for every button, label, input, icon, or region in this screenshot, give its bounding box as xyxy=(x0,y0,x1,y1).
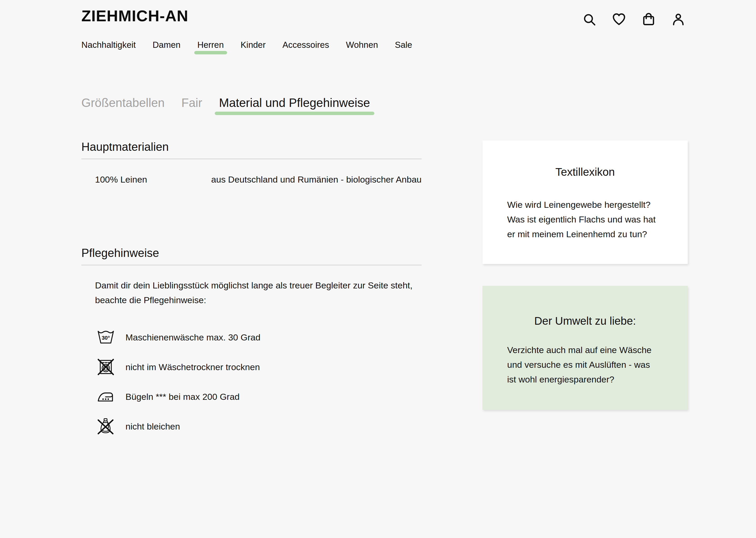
lexicon-card-title: Textillexikon xyxy=(483,140,688,178)
account-person-icon xyxy=(672,13,685,26)
care-intro-text: Damit dir dein Lieblingsstück möglichst … xyxy=(81,278,422,307)
divider xyxy=(81,265,422,265)
textile-lexicon-card[interactable]: Textillexikon Wie wird Leinengewebe herg… xyxy=(483,140,688,264)
iron-max-200-icon xyxy=(97,388,115,405)
nav-item-damen[interactable]: Damen xyxy=(153,40,180,54)
material-origin: aus Deutschland und Rumänien - biologisc… xyxy=(211,175,422,185)
nav-item-sale[interactable]: Sale xyxy=(395,40,412,54)
tab-active-underline xyxy=(215,112,374,115)
tab-groessentabellen[interactable]: Größentabellen xyxy=(81,96,165,115)
lexicon-card-text: Wie wird Leinengewebe hergestellt? Was i… xyxy=(483,197,688,242)
tab-fair[interactable]: Fair xyxy=(181,96,202,115)
cart-button[interactable] xyxy=(642,13,655,26)
care-section: Pflegehinweise Damit dir dein Lieblingss… xyxy=(81,246,422,448)
materials-section: Hauptmaterialien 100% Leinen aus Deutsch… xyxy=(81,140,422,185)
brand-logo[interactable]: ZIEHMICH-AN xyxy=(81,7,188,25)
care-item-iron: Bügeln *** bei max 200 Grad xyxy=(97,388,422,405)
materials-heading: Hauptmaterialien xyxy=(81,140,422,153)
material-name: 100% Leinen xyxy=(95,175,147,185)
nav-item-nachhaltigkeit[interactable]: Nachhaltigkeit xyxy=(81,40,136,54)
search-icon xyxy=(583,13,596,26)
page-tabs: Größentabellen Fair Material und Pflegeh… xyxy=(81,96,370,115)
header-icon-bar xyxy=(583,13,685,26)
wash-30-degrees-icon: 30° xyxy=(97,329,115,346)
wishlist-button[interactable] xyxy=(612,13,626,26)
care-heading: Pflegehinweise xyxy=(81,246,422,259)
divider xyxy=(81,159,422,159)
material-row: 100% Leinen aus Deutschland und Rumänien… xyxy=(81,175,422,185)
care-item-label: Maschienenwäsche max. 30 Grad xyxy=(125,332,260,343)
no-tumble-dry-icon xyxy=(97,358,115,376)
cart-bag-icon xyxy=(642,13,655,26)
care-item-no-tumble-dry: nicht im Wäschetrockner trocknen xyxy=(97,358,422,375)
nav-active-underline xyxy=(194,51,227,54)
wishlist-heart-icon xyxy=(612,13,626,26)
care-list: 30° Maschienenwäsche max. 30 Grad nicht … xyxy=(81,329,422,435)
eco-tip-card: Der Umwelt zu liebe: Verzichte auch mal … xyxy=(483,286,688,410)
tab-material-und-pflegehinweise[interactable]: Material und Pflegehinweise xyxy=(219,96,370,115)
info-aside: Textillexikon Wie wird Leinengewebe herg… xyxy=(483,140,688,410)
main-nav: Nachhaltigkeit Damen Herren Kinder Acces… xyxy=(81,40,412,54)
account-button[interactable] xyxy=(672,13,685,26)
nav-item-kinder[interactable]: Kinder xyxy=(241,40,266,54)
eco-card-title: Der Umwelt zu liebe: xyxy=(483,286,688,327)
nav-item-herren[interactable]: Herren xyxy=(197,40,224,54)
search-button[interactable] xyxy=(583,13,596,26)
page: ZIEHMICH-AN xyxy=(0,0,756,538)
nav-item-accessoires[interactable]: Accessoires xyxy=(282,40,329,54)
nav-item-wohnen[interactable]: Wohnen xyxy=(346,40,378,54)
care-item-label: nicht im Wäschetrockner trocknen xyxy=(125,362,260,372)
care-item-no-bleach: nicht bleichen xyxy=(97,418,422,435)
eco-card-text: Verzichte auch mal auf eine Wäsche und v… xyxy=(483,343,688,387)
care-item-label: Bügeln *** bei max 200 Grad xyxy=(125,392,240,402)
svg-text:30°: 30° xyxy=(102,335,110,341)
care-item-label: nicht bleichen xyxy=(125,421,180,432)
care-item-wash: 30° Maschienenwäsche max. 30 Grad xyxy=(97,329,422,346)
no-bleach-icon xyxy=(97,418,115,435)
